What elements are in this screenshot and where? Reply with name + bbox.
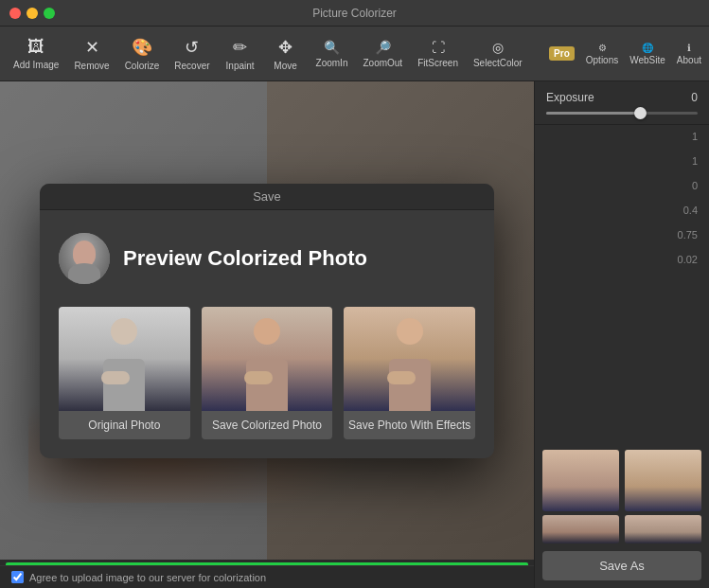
about-label: About — [677, 55, 701, 65]
original-photo-button[interactable]: Original Photo — [59, 411, 190, 439]
save-modal: Save Preview Colorized — [40, 184, 494, 458]
exposure-label: Exposure — [546, 91, 594, 104]
right-panel: Exposure 0 1 1 0 0.4 0.75 0.02 — [534, 81, 709, 588]
traffic-lights — [9, 8, 55, 19]
thumb-3[interactable] — [542, 515, 619, 543]
col-arm — [244, 371, 273, 384]
exposure-header: Exposure 0 — [546, 91, 698, 104]
tool-remove[interactable]: ✕ Remove — [68, 33, 115, 75]
modal-body: Preview Colorized Photo — [40, 210, 494, 458]
slider-fill — [546, 112, 637, 115]
thumb-4[interactable] — [625, 515, 701, 543]
tool-recover[interactable]: ↺ Recover — [168, 33, 215, 75]
website-icon: 🌐 — [642, 43, 653, 53]
side-label-1: 1 — [546, 155, 698, 167]
zoomin-icon: 🔍 — [324, 40, 340, 55]
modal-header: Preview Colorized Photo — [59, 233, 475, 284]
colorized-boy — [202, 307, 333, 411]
preview-card-colorized: Save Colorized Photo — [202, 307, 333, 439]
fitscreen-label: FitScreen — [417, 58, 458, 68]
modal-heading: Preview Colorized Photo — [123, 246, 367, 271]
app-title: Picture Colorizer — [312, 7, 397, 20]
add-image-label: Add Image — [13, 60, 59, 70]
colorize-icon: 🎨 — [132, 37, 152, 58]
website-label: WebSite — [629, 55, 665, 65]
col-body — [246, 359, 288, 411]
orig-head — [111, 318, 137, 345]
move-label: Move — [274, 61, 296, 71]
maximize-button[interactable] — [44, 8, 55, 19]
preview-grid: Original Photo — [59, 307, 475, 439]
effects-boy — [344, 307, 475, 411]
selectcolor-icon: ◎ — [492, 40, 504, 55]
thumb-1[interactable] — [542, 450, 619, 511]
agree-label: Agree to upload image to our server for … — [29, 572, 266, 583]
preview-effects-image — [344, 307, 475, 411]
tool-fitscreen[interactable]: ⛶ FitScreen — [412, 36, 464, 72]
col-head — [254, 318, 280, 345]
tool-move[interactable]: ✥ Move — [265, 33, 307, 75]
orig-body — [103, 359, 145, 411]
content-row: Save Preview Colorized — [0, 81, 709, 588]
preview-card-original: Original Photo — [59, 307, 190, 439]
side-label-3: 0.4 — [546, 205, 698, 216]
recover-icon: ↺ — [185, 37, 199, 58]
modal-title: Save — [253, 189, 281, 204]
options-icon: ⚙ — [598, 43, 607, 53]
tool-selectcolor[interactable]: ◎ SelectColor — [468, 36, 528, 72]
app-container: Picture Colorizer 🖼 Add Image ✕ Remove 🎨… — [0, 0, 709, 588]
left-content: Save Preview Colorized — [0, 81, 534, 588]
avatar-body — [68, 263, 100, 284]
toolbar-right: Pro ⚙ Options 🌐 WebSite ℹ About — [549, 43, 701, 65]
orig-arm — [101, 371, 130, 384]
options-button[interactable]: ⚙ Options — [586, 43, 618, 65]
remove-label: Remove — [74, 61, 109, 71]
close-button[interactable] — [9, 8, 21, 19]
website-button[interactable]: 🌐 WebSite — [629, 43, 665, 65]
tool-add-image[interactable]: 🖼 Add Image — [8, 33, 64, 74]
tool-inpaint[interactable]: ✏ Inpaint — [220, 33, 261, 75]
inpaint-icon: ✏ — [233, 37, 247, 58]
exposure-value: 0 — [691, 91, 698, 104]
slider-thumb[interactable] — [634, 107, 647, 119]
colorize-label: Colorize — [125, 61, 160, 71]
minimize-button[interactable] — [27, 8, 38, 19]
thumb-2[interactable] — [625, 450, 701, 511]
side-label-4: 0.75 — [546, 229, 698, 241]
modal-title-bar: Save — [40, 184, 494, 210]
eff-arm — [387, 371, 416, 384]
avatar — [59, 233, 110, 284]
inpaint-label: Inpaint — [226, 61, 255, 71]
preview-original-image — [59, 307, 190, 411]
about-icon: ℹ — [687, 43, 691, 53]
side-label-2: 0 — [546, 180, 698, 191]
exposure-section: Exposure 0 — [535, 81, 709, 125]
thumb-row-2 — [542, 515, 701, 543]
side-label-0: 1 — [546, 131, 698, 142]
agree-checkbox[interactable] — [11, 571, 24, 583]
thumb-strip: Save As — [535, 442, 709, 588]
selectcolor-label: SelectColor — [473, 58, 523, 68]
exposure-slider-track[interactable] — [546, 112, 698, 115]
modal-overlay: Save Preview Colorized — [0, 81, 534, 560]
tool-zoomout[interactable]: 🔎 ZoomOut — [357, 36, 408, 72]
save-effects-button[interactable]: Save Photo With Effects — [344, 411, 475, 439]
add-image-icon: 🖼 — [27, 37, 44, 57]
about-button[interactable]: ℹ About — [677, 43, 701, 65]
remove-icon: ✕ — [85, 37, 99, 58]
image-viewport[interactable]: Save Preview Colorized — [0, 81, 534, 560]
save-colorized-button[interactable]: Save Colorized Photo — [202, 411, 333, 439]
tool-colorize[interactable]: 🎨 Colorize — [119, 33, 166, 75]
move-icon: ✥ — [278, 37, 292, 58]
preview-card-effects: Save Photo With Effects — [344, 307, 475, 439]
side-label-5: 0.02 — [546, 254, 698, 265]
pro-badge[interactable]: Pro — [549, 46, 575, 61]
toolbar: 🖼 Add Image ✕ Remove 🎨 Colorize ↺ Recove… — [0, 27, 709, 81]
zoomout-icon: 🔎 — [375, 40, 391, 55]
save-as-button[interactable]: Save As — [542, 551, 701, 580]
tool-zoomin[interactable]: 🔍 ZoomIn — [310, 36, 354, 72]
checkbox-bar: Agree to upload image to our server for … — [0, 565, 534, 588]
zoomin-label: ZoomIn — [316, 58, 348, 68]
preview-colorized-image — [202, 307, 333, 411]
recover-label: Recover — [174, 61, 209, 71]
